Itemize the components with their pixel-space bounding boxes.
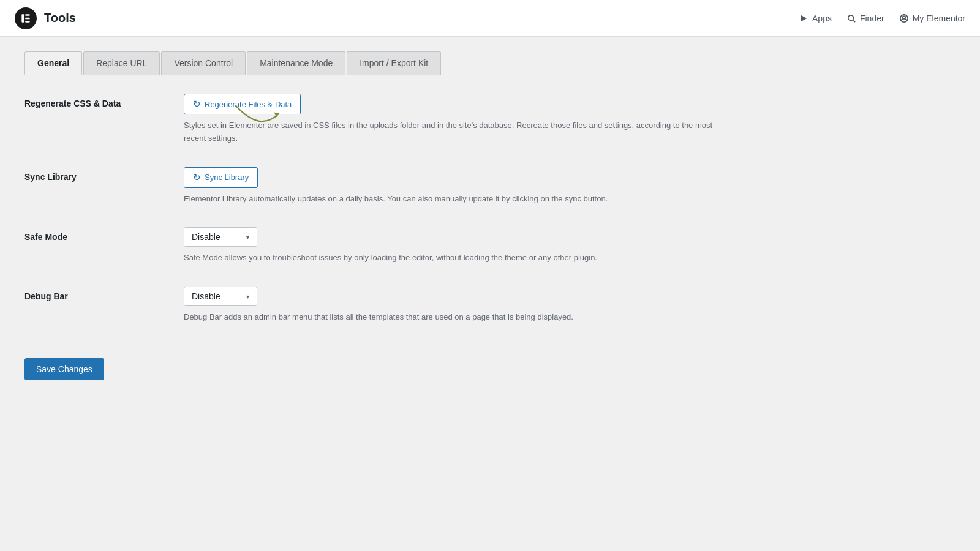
chevron-down-icon-2: ▾ — [246, 293, 249, 300]
nav-my-elementor[interactable]: My Elementor — [899, 13, 965, 23]
sync-library-button[interactable]: ↻ Sync Library — [184, 167, 258, 188]
tab-import-export[interactable]: Import / Export Kit — [347, 51, 441, 75]
svg-rect-3 — [25, 21, 29, 22]
elementor-logo — [15, 7, 37, 29]
safe-mode-description: Safe Mode allows you to troubleshoot iss… — [184, 252, 735, 264]
search-icon — [846, 13, 856, 23]
svg-rect-1 — [25, 14, 29, 16]
header-left: Tools — [15, 7, 76, 29]
sync-library-control: ↻ Sync Library Elementor Library automat… — [184, 167, 833, 206]
annotation-wrapper: ↻ Regenerate Files & Data — [184, 94, 301, 114]
tab-replace-url[interactable]: Replace URL — [83, 51, 160, 75]
user-circle-icon — [899, 13, 909, 23]
nav-apps[interactable]: Apps — [799, 13, 832, 23]
settings-panel: Regenerate CSS & Data ↻ Regenerate Files… — [0, 75, 858, 405]
debug-bar-control: Disable ▾ Debug Bar adds an admin bar me… — [184, 287, 833, 324]
sync-library-description: Elementor Library automatically updates … — [184, 193, 735, 206]
chevron-down-icon: ▾ — [246, 234, 249, 241]
svg-point-4 — [848, 15, 854, 20]
svg-point-7 — [902, 16, 905, 18]
tab-maintenance-mode[interactable]: Maintenance Mode — [247, 51, 345, 75]
debug-bar-value: Disable — [192, 291, 221, 301]
safe-mode-label: Safe Mode — [24, 227, 172, 242]
top-header: Tools Apps Finder — [0, 0, 980, 37]
page-title: Tools — [44, 11, 76, 25]
safe-mode-control: Disable ▾ Safe Mode allows you to troubl… — [184, 227, 833, 264]
sync-icon-lib: ↻ — [193, 172, 201, 183]
play-icon — [799, 13, 809, 23]
regenerate-css-label: Regenerate CSS & Data — [24, 94, 172, 108]
save-changes-button[interactable]: Save Changes — [24, 358, 104, 380]
svg-line-5 — [853, 20, 856, 22]
svg-rect-2 — [25, 17, 29, 19]
debug-bar-select[interactable]: Disable ▾ — [184, 287, 257, 306]
regenerate-css-description: Styles set in Elementor are saved in CSS… — [184, 119, 735, 145]
safe-mode-value: Disable — [192, 232, 221, 242]
tabs-container: General Replace URL Version Control Main… — [0, 37, 858, 75]
sync-library-label: Sync Library — [24, 167, 172, 182]
sync-icon-regen: ↻ — [193, 99, 201, 110]
regenerate-css-row: Regenerate CSS & Data ↻ Regenerate Files… — [24, 94, 833, 145]
main-content: General Replace URL Version Control Main… — [0, 37, 858, 405]
sync-library-row: Sync Library ↻ Sync Library Elementor Li… — [24, 167, 833, 206]
debug-bar-label: Debug Bar — [24, 287, 172, 301]
svg-rect-0 — [21, 14, 24, 22]
tab-general[interactable]: General — [24, 51, 82, 75]
debug-bar-row: Debug Bar Disable ▾ Debug Bar adds an ad… — [24, 287, 833, 324]
header-right: Apps Finder My Elementor — [799, 13, 965, 23]
debug-bar-description: Debug Bar adds an admin bar menu that li… — [184, 311, 735, 324]
regenerate-css-control: ↻ Regenerate Files & Data Styles set in … — [184, 94, 833, 145]
save-section: Save Changes — [24, 346, 833, 380]
regenerate-files-button[interactable]: ↻ Regenerate Files & Data — [184, 94, 301, 114]
safe-mode-select[interactable]: Disable ▾ — [184, 227, 257, 247]
tab-version-control[interactable]: Version Control — [161, 51, 246, 75]
safe-mode-row: Safe Mode Disable ▾ Safe Mode allows you… — [24, 227, 833, 264]
nav-finder[interactable]: Finder — [846, 13, 884, 23]
